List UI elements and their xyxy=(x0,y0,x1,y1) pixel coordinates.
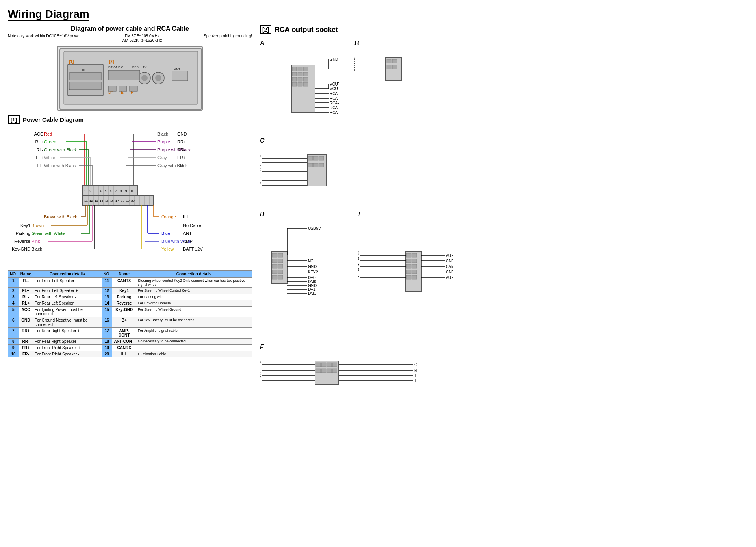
table-cell-detail-right: For Steering Wheel Control Key1 xyxy=(136,288,252,294)
svg-text:NC: NC xyxy=(414,369,417,373)
svg-rect-212 xyxy=(278,253,283,257)
table-cell-no-left: 3 xyxy=(8,294,19,300)
svg-text:Brown: Brown xyxy=(32,223,44,228)
svg-text:GPS: GPS xyxy=(132,65,139,69)
svg-rect-153 xyxy=(298,72,302,76)
left-panel: Diagram of power cable and RCA Cable Not… xyxy=(8,25,252,402)
svg-text:3.3V: 3.3V xyxy=(354,69,355,73)
svg-rect-152 xyxy=(298,67,302,71)
svg-text:13: 13 xyxy=(94,199,98,203)
svg-text:RCA-RR: RCA-RR xyxy=(330,96,339,100)
table-cell-name-left: GND xyxy=(19,317,33,328)
table-cell-name-left: RL- xyxy=(19,294,33,300)
svg-rect-182 xyxy=(392,65,397,69)
svg-text:RCA-SUB: RCA-SUB xyxy=(330,91,339,96)
svg-text:10: 10 xyxy=(82,68,85,72)
svg-rect-245 xyxy=(406,264,411,268)
svg-text:12: 12 xyxy=(89,199,93,203)
svg-text:12V: 12V xyxy=(260,376,261,380)
svg-rect-215 xyxy=(272,264,277,268)
table-cell-detail-left: For Rear Left Speaker - xyxy=(33,294,102,300)
svg-text:GND: GND xyxy=(260,360,261,365)
svg-text:MIC-REAR-: MIC-REAR- xyxy=(260,163,261,167)
svg-text:5: 5 xyxy=(105,189,107,193)
svg-text:Red: Red xyxy=(44,132,52,136)
table-cell-no-right: 17 xyxy=(102,328,112,339)
table-cell-name-left: ACC xyxy=(19,307,33,317)
svg-text:7: 7 xyxy=(115,189,117,193)
page-title: Wiring Diagram xyxy=(8,8,89,21)
connector-c: C GND MIC-REAR+ MIC-REAR- xyxy=(260,137,362,203)
svg-rect-241 xyxy=(406,253,411,257)
svg-rect-157 xyxy=(303,72,308,76)
svg-rect-195 xyxy=(308,163,313,167)
svg-rect-220 xyxy=(278,275,283,279)
svg-text:17: 17 xyxy=(115,199,119,203)
svg-rect-243 xyxy=(406,259,411,263)
svg-rect-24 xyxy=(130,86,137,91)
svg-rect-278 xyxy=(327,369,332,373)
svg-text:Blue: Blue xyxy=(161,231,170,236)
svg-rect-249 xyxy=(406,275,411,279)
svg-text:GND: GND xyxy=(260,181,261,185)
svg-rect-214 xyxy=(278,259,283,263)
table-cell-detail-right: For Amplifier signal cable xyxy=(136,328,252,339)
svg-rect-154 xyxy=(298,77,302,81)
svg-text:ACC: ACC xyxy=(34,132,43,136)
svg-rect-244 xyxy=(412,259,417,263)
svg-text:BATT 12V: BATT 12V xyxy=(183,247,203,251)
table-cell-name-left: FL+ xyxy=(19,288,33,294)
svg-text:GND: GND xyxy=(358,257,359,261)
table-cell-name-right: AMP-CONT xyxy=(112,328,136,339)
svg-text:8: 8 xyxy=(120,189,122,193)
svg-text:GND: GND xyxy=(308,264,317,269)
table-cell-detail-right: Illumination Cable xyxy=(136,351,252,357)
rca-section-title: [2] RCA output socket xyxy=(260,25,496,34)
svg-text:No Cable: No Cable xyxy=(183,223,201,228)
table-cell-no-left: 1 xyxy=(8,278,19,288)
connector-e: E NC xyxy=(358,211,453,340)
table-cell-no-left: 2 xyxy=(8,288,19,294)
svg-rect-192 xyxy=(308,156,313,160)
svg-text:GND: GND xyxy=(414,363,417,367)
table-cell-detail-left: For Front Left Speaker + xyxy=(33,288,102,294)
table-cell-name-left: FR- xyxy=(19,351,33,357)
table-cell-no-left: 5 xyxy=(8,307,19,317)
table-cell-detail-right: Steering wheel control Key2 Only connect… xyxy=(136,278,252,288)
table-cell-detail-left: For Rear Right Speaker - xyxy=(33,339,102,345)
svg-text:1: 1 xyxy=(69,68,71,72)
diagram-notes: Note:only work within DC10.5~16V power F… xyxy=(8,34,252,43)
svg-rect-219 xyxy=(272,275,277,279)
svg-text:Purple: Purple xyxy=(158,140,170,144)
table-cell-name-right: Key-GND xyxy=(112,307,136,317)
svg-rect-246 xyxy=(412,264,417,268)
svg-rect-155 xyxy=(298,82,302,86)
table-cell-name-right: CANTX xyxy=(112,278,136,288)
table-cell-detail-right: For 12V Battery, must be connected xyxy=(136,317,252,328)
svg-text:Reverse: Reverse xyxy=(14,239,30,244)
svg-text:TV: TV xyxy=(143,65,147,69)
svg-rect-179 xyxy=(387,59,391,63)
svg-text:2: 2 xyxy=(89,189,91,193)
connector-a: A xyxy=(260,40,339,129)
table-row: 7RR+For Rear Right Speaker +17AMP-CONTFo… xyxy=(8,328,252,339)
svg-rect-151 xyxy=(292,82,297,86)
svg-text:White: White xyxy=(44,155,55,160)
table-cell-no-right: 14 xyxy=(102,300,112,307)
svg-rect-213 xyxy=(272,259,277,263)
connector-f: F GND IICCK DTV-IR 12V xyxy=(260,344,496,402)
svg-text:14: 14 xyxy=(100,199,103,203)
table-cell-no-left: 8 xyxy=(8,339,19,345)
svg-text:TVCVBS: TVCVBS xyxy=(414,378,417,383)
svg-text:RL-: RL- xyxy=(36,147,43,152)
svg-text:FL-: FL- xyxy=(37,163,44,168)
table-cell-no-right: 11 xyxy=(102,278,112,288)
svg-text:Key-GND: Key-GND xyxy=(12,247,30,251)
table-cell-detail-right xyxy=(136,345,252,351)
table-cell-detail-right: No necessary to be connected xyxy=(136,339,252,345)
svg-text:NC: NC xyxy=(358,251,359,255)
table-cell-detail-left: For Front Left Speaker - xyxy=(33,278,102,288)
table-cell-name-right: Reverse xyxy=(112,300,136,307)
svg-rect-26 xyxy=(172,71,188,81)
svg-rect-193 xyxy=(313,156,318,160)
